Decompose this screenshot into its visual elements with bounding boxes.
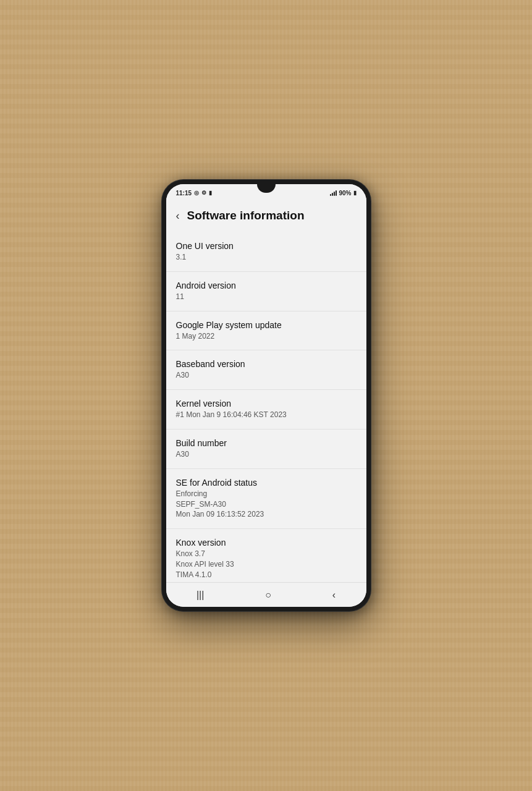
phone-device: 11:15 ◎ ⚙ ▮ 90% ▮ ‹ Software i xyxy=(161,179,371,612)
list-item: Baseband version A30 xyxy=(166,350,366,390)
signal-bar-1 xyxy=(330,194,331,196)
list-item: Build number A30 xyxy=(166,429,366,469)
info-value-android: 11 xyxy=(176,292,357,302)
battery-icon: ▮ xyxy=(353,190,357,196)
info-value-google-play: 1 May 2022 xyxy=(176,331,357,342)
phone-screen: 11:15 ◎ ⚙ ▮ 90% ▮ ‹ Software i xyxy=(166,184,366,607)
status-right: 90% ▮ xyxy=(330,190,356,197)
signal-bar-3 xyxy=(334,192,335,196)
signal-bar-2 xyxy=(332,193,333,196)
info-value-knox: Knox 3.7 Knox API level 33 TIMA 4.1.0 xyxy=(176,549,357,580)
info-label-se-android: SE for Android status xyxy=(176,478,357,488)
page-header: ‹ Software information xyxy=(166,201,366,232)
back-button[interactable]: ‹ xyxy=(176,209,180,222)
screen-content: ‹ Software information One UI version 3.… xyxy=(166,201,366,582)
info-label-baseband: Baseband version xyxy=(176,359,357,369)
info-value-baseband: A30 xyxy=(176,370,357,381)
list-item: SE for Android status Enforcing SEPF_SM-… xyxy=(166,469,366,529)
list-item: Knox version Knox 3.7 Knox API level 33 … xyxy=(166,529,366,582)
list-item: One UI version 3.1 xyxy=(166,232,366,272)
list-item: Kernel version #1 Mon Jan 9 16:04:46 KST… xyxy=(166,390,366,429)
info-label-google-play: Google Play system update xyxy=(176,320,357,330)
list-item: Android version 11 xyxy=(166,272,366,311)
location-icon: ◎ xyxy=(194,190,199,196)
signal-bars xyxy=(330,190,337,196)
back-nav-button[interactable]: ‹ xyxy=(332,590,336,601)
home-button[interactable]: ○ xyxy=(265,590,271,601)
info-value-build: A30 xyxy=(176,449,357,460)
info-label-kernel: Kernel version xyxy=(176,399,357,408)
status-left: 11:15 ◎ ⚙ ▮ xyxy=(176,190,213,197)
battery-percent: 90% xyxy=(339,190,351,197)
battery-status-icon: ▮ xyxy=(209,190,212,196)
page-title: Software information xyxy=(187,209,305,222)
signal-bar-4 xyxy=(336,190,337,196)
info-label-one-ui: One UI version xyxy=(176,241,357,251)
info-value-one-ui: 3.1 xyxy=(176,252,357,263)
nav-bar: ||| ○ ‹ xyxy=(166,582,366,607)
info-label-knox: Knox version xyxy=(176,538,357,548)
info-value-kernel: #1 Mon Jan 9 16:04:46 KST 2023 xyxy=(176,410,357,420)
info-list: One UI version 3.1 Android version 11 Go… xyxy=(166,232,366,582)
settings-icon: ⚙ xyxy=(201,190,206,196)
info-label-android: Android version xyxy=(176,281,357,290)
info-value-se-android: Enforcing SEPF_SM-A30 Mon Jan 09 16:13:5… xyxy=(176,489,357,520)
status-time: 11:15 xyxy=(176,190,192,197)
recent-apps-button[interactable]: ||| xyxy=(196,590,204,601)
list-item: Google Play system update 1 May 2022 xyxy=(166,311,366,351)
info-label-build: Build number xyxy=(176,438,357,448)
